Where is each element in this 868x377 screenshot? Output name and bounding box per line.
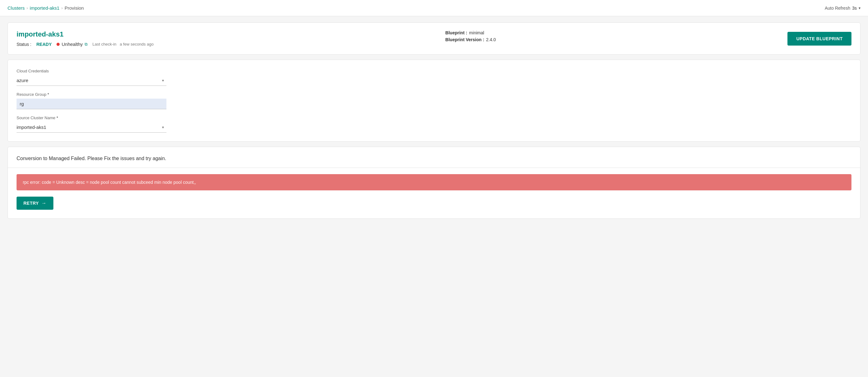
retry-button-wrapper: RETRY → (17, 197, 851, 210)
health-indicator: Unhealthy ⧉ (57, 41, 87, 47)
breadcrumb-sep1: › (27, 6, 28, 10)
auto-refresh-chevron-icon: ▾ (859, 6, 861, 10)
status-label: Status : (17, 42, 31, 47)
retry-button[interactable]: RETRY → (17, 197, 53, 210)
source-cluster-label: Source Cluster Name (17, 116, 166, 120)
resource-group-input[interactable] (17, 99, 166, 109)
status-row: Status : READY Unhealthy ⧉ Last check-in… (17, 41, 154, 47)
cluster-info-left: imported-aks1 Status : READY Unhealthy ⧉… (17, 30, 154, 47)
cloud-credentials-select[interactable]: azure (17, 75, 166, 86)
auto-refresh-label: Auto Refresh (825, 6, 850, 10)
blueprint-row: Blueprint : minimal (445, 30, 496, 35)
cloud-credentials-select-wrapper: azure ▾ (17, 75, 166, 86)
blueprint-label: Blueprint : (445, 30, 467, 35)
breadcrumb: Clusters › imported-aks1 › Provision (7, 5, 84, 10)
form-section: Cloud Credentials azure ▾ Resource Group… (17, 69, 166, 133)
blueprint-value: minimal (469, 30, 484, 35)
breadcrumb-cluster-name[interactable]: imported-aks1 (30, 5, 59, 10)
cloud-credentials-label: Cloud Credentials (17, 69, 166, 73)
cloud-credentials-group: Cloud Credentials azure ▾ (17, 69, 166, 86)
auto-refresh-value: 3s (852, 6, 857, 10)
breadcrumb-clusters[interactable]: Clusters (7, 5, 25, 10)
top-bar: Clusters › imported-aks1 › Provision Aut… (0, 0, 868, 16)
resource-group-group: Resource Group (17, 92, 166, 109)
retry-arrow-icon: → (41, 200, 46, 206)
retry-button-label: RETRY (23, 201, 39, 206)
health-text: Unhealthy (62, 41, 83, 47)
form-card: Cloud Credentials azure ▾ Resource Group… (7, 60, 861, 142)
cluster-header-card: imported-aks1 Status : READY Unhealthy ⧉… (7, 23, 861, 55)
status-value: READY (36, 42, 52, 47)
last-checkin-value: a few seconds ago (120, 42, 153, 46)
health-dot-icon (57, 43, 60, 46)
error-divider (8, 167, 860, 168)
resource-group-label: Resource Group (17, 92, 166, 97)
breadcrumb-current-page: Provision (65, 5, 84, 10)
source-cluster-select-wrapper: imported-aks1 ▾ (17, 122, 166, 133)
auto-refresh-control[interactable]: Auto Refresh 3s ▾ (825, 6, 861, 10)
cluster-title: imported-aks1 (17, 30, 154, 38)
breadcrumb-sep2: › (61, 6, 62, 10)
blueprint-version-row: Blueprint Version : 2.4.0 (445, 37, 496, 42)
blueprint-version-label: Blueprint Version : (445, 37, 484, 42)
error-alert: rpc error: code = Unknown desc = node po… (17, 174, 851, 190)
main-content: imported-aks1 Status : READY Unhealthy ⧉… (0, 16, 868, 225)
error-message: Conversion to Managed Failed. Please Fix… (17, 156, 851, 161)
cluster-info-center: Blueprint : minimal Blueprint Version : … (445, 30, 496, 42)
last-checkin-label: Last check-in (92, 42, 117, 46)
cluster-header: imported-aks1 Status : READY Unhealthy ⧉… (17, 30, 851, 47)
update-blueprint-button[interactable]: UPDATE BLUEPRINT (787, 32, 851, 45)
external-link-icon[interactable]: ⧉ (85, 42, 87, 47)
source-cluster-group: Source Cluster Name imported-aks1 ▾ (17, 116, 166, 133)
last-checkin: Last check-in a few seconds ago (92, 42, 154, 46)
blueprint-version-value: 2.4.0 (486, 37, 496, 42)
error-section-card: Conversion to Managed Failed. Please Fix… (7, 147, 861, 219)
source-cluster-select[interactable]: imported-aks1 (17, 122, 166, 133)
